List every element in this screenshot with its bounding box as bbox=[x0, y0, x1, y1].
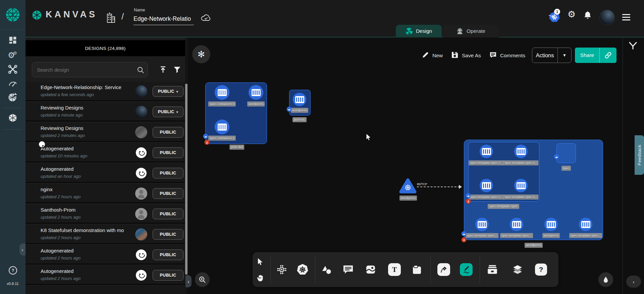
design-name-input[interactable] bbox=[133, 15, 194, 25]
cloud-badge-icon[interactable] bbox=[554, 154, 559, 159]
import-design-icon[interactable] bbox=[159, 65, 167, 74]
note-tool-icon[interactable] bbox=[411, 264, 423, 275]
container-node[interactable] bbox=[215, 120, 229, 134]
visibility-badge[interactable]: PUBLIC bbox=[153, 106, 183, 117]
notifications-bell-icon[interactable] bbox=[584, 11, 592, 19]
layers-tool-icon[interactable] bbox=[512, 264, 524, 275]
user-avatar[interactable] bbox=[599, 10, 615, 25]
visibility-badge[interactable]: PUBLIC bbox=[153, 86, 183, 97]
comment-tool-icon[interactable] bbox=[342, 264, 354, 275]
list-item[interactable]: Reviewing Designs updated a minute ago P… bbox=[25, 102, 185, 122]
header-accent-line bbox=[25, 37, 644, 38]
container-node[interactable] bbox=[475, 218, 489, 231]
visibility-badge[interactable]: PUBLIC bbox=[153, 229, 183, 240]
help-button[interactable]: ? bbox=[9, 266, 17, 275]
container-node[interactable] bbox=[480, 145, 493, 158]
spec-node[interactable] bbox=[556, 143, 576, 163]
list-item[interactable]: Autogenerated updated 2 hours ago PUBLIC bbox=[25, 245, 185, 265]
new-pencil-icon[interactable] bbox=[421, 51, 429, 59]
save-as-button[interactable]: Save As bbox=[462, 53, 481, 59]
feedback-tab[interactable]: Feedback bbox=[635, 135, 644, 175]
search-input[interactable] bbox=[32, 62, 148, 77]
tab-operate[interactable]: Operate bbox=[443, 25, 499, 38]
sidebar-expand-button[interactable]: › bbox=[19, 243, 25, 255]
container-node[interactable] bbox=[514, 145, 528, 158]
menu-hamburger-icon[interactable] bbox=[622, 14, 630, 22]
list-item[interactable]: Autogenerated updated 2 hours ago PUBLIC bbox=[25, 266, 185, 285]
container-node[interactable] bbox=[579, 218, 592, 231]
new-button[interactable]: New bbox=[432, 53, 443, 59]
visibility-badge[interactable]: PUBLIC bbox=[153, 209, 183, 219]
visibility-badge[interactable]: PUBLIC bbox=[153, 270, 183, 281]
cloud-badge-icon[interactable] bbox=[466, 193, 471, 198]
list-item-partial[interactable] bbox=[25, 286, 185, 294]
cloud-badge-icon[interactable] bbox=[287, 107, 292, 112]
pen-tool-icon[interactable] bbox=[437, 263, 450, 276]
copy-link-icon[interactable] bbox=[600, 51, 616, 59]
performance-gauge-icon[interactable] bbox=[7, 78, 18, 87]
help-tool-icon[interactable] bbox=[535, 264, 547, 276]
pan-hand-tool-icon[interactable] bbox=[256, 274, 265, 283]
visibility-badge[interactable]: PUBLIC bbox=[153, 188, 183, 199]
toolbar-divider bbox=[430, 256, 431, 283]
container-node[interactable] bbox=[215, 85, 229, 100]
image-media-tool-icon[interactable] bbox=[365, 265, 376, 275]
tab-design[interactable]: Design bbox=[396, 25, 442, 38]
layer5-logo[interactable] bbox=[0, 0, 25, 30]
list-item[interactable]: Santhosh-Prom updated 2 hours ago PUBLIC bbox=[25, 204, 185, 224]
zoom-button[interactable] bbox=[195, 272, 210, 287]
collapse-panel-y-icon[interactable] bbox=[628, 41, 638, 51]
cloud-badge-icon[interactable] bbox=[203, 134, 208, 139]
actions-button[interactable]: Actions ▼ bbox=[532, 48, 572, 63]
list-item[interactable]: Autogenerated updated an hour ago PUBLIC bbox=[25, 163, 185, 183]
container-node[interactable] bbox=[544, 218, 558, 231]
lifecycle-gears-icon[interactable]: ⚙⚙ bbox=[7, 50, 18, 60]
template-spec-group[interactable] bbox=[468, 142, 539, 202]
list-scrollbar-thumb[interactable] bbox=[185, 84, 187, 275]
text-tool-icon[interactable] bbox=[388, 263, 401, 276]
sketch-tool-icon-active[interactable] bbox=[460, 263, 473, 276]
filter-icon[interactable] bbox=[173, 65, 181, 74]
visibility-badge[interactable]: PUBLIC bbox=[153, 249, 183, 260]
comments-button[interactable]: Comments bbox=[500, 53, 525, 59]
configuration-tools-icon[interactable] bbox=[7, 64, 18, 75]
cloud-badge-icon[interactable] bbox=[462, 231, 467, 236]
container-node[interactable] bbox=[510, 218, 523, 231]
canvas-flower-button[interactable]: ✻ bbox=[192, 45, 210, 63]
service-triangle-node[interactable] bbox=[398, 177, 417, 195]
container-node[interactable] bbox=[249, 85, 263, 100]
share-button[interactable]: Share bbox=[575, 48, 616, 63]
container-node[interactable] bbox=[480, 179, 493, 192]
error-badge[interactable]: 2 bbox=[205, 140, 210, 145]
comments-icon[interactable] bbox=[489, 51, 497, 59]
service-edge[interactable] bbox=[417, 187, 460, 187]
panel-collapse-button[interactable]: ‹ bbox=[185, 275, 192, 287]
container-node[interactable] bbox=[514, 179, 528, 192]
list-item[interactable]: Edge-Network-Relationship: Service updat… bbox=[25, 82, 185, 101]
visibility-badge[interactable]: PUBLIC bbox=[153, 147, 183, 158]
kubernetes-tool-icon[interactable] bbox=[296, 263, 309, 276]
visibility-badge[interactable]: PUBLIC bbox=[153, 127, 183, 138]
kanvas-hexagon-icon[interactable] bbox=[8, 113, 18, 123]
error-badge[interactable]: 3 bbox=[462, 237, 467, 242]
actions-caret-icon[interactable]: ▼ bbox=[558, 53, 571, 58]
organization-icon[interactable] bbox=[106, 12, 116, 24]
flowchart-tool-icon[interactable] bbox=[276, 264, 288, 276]
mesh-sphere-icon[interactable] bbox=[7, 92, 18, 102]
list-item[interactable]: Autogenerated updated 10 minutes ago PUB… bbox=[25, 143, 185, 162]
list-item[interactable]: Reviewing Designs updated 2 minutes ago … bbox=[25, 123, 185, 142]
visibility-badge[interactable]: PUBLIC bbox=[153, 168, 183, 178]
toolbar-collapse-button[interactable]: ‹ bbox=[626, 276, 641, 288]
save-as-icon[interactable] bbox=[451, 51, 459, 59]
list-item[interactable]: K8 Statefulset demonstration with mo upd… bbox=[25, 225, 185, 244]
ink-drop-button[interactable] bbox=[598, 272, 613, 287]
list-item[interactable]: nginx updated 2 hours ago PUBLIC bbox=[25, 184, 185, 203]
settings-button[interactable]: ⚙ bbox=[568, 10, 576, 19]
drawer-tool-icon[interactable] bbox=[486, 264, 498, 275]
cloud-saved-icon[interactable] bbox=[201, 13, 211, 22]
dashboard-icon[interactable] bbox=[7, 35, 18, 46]
error-badge[interactable]: 3 bbox=[466, 199, 471, 204]
container-node[interactable] bbox=[293, 93, 306, 106]
shapes-tool-icon[interactable] bbox=[321, 264, 332, 275]
select-tool-icon[interactable] bbox=[256, 258, 264, 266]
